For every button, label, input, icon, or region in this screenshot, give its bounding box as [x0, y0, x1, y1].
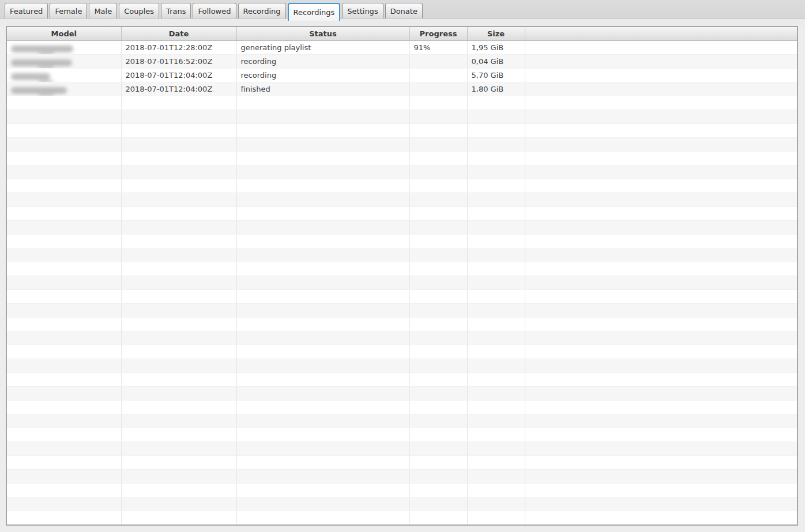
empty-table-row[interactable]	[6, 345, 798, 359]
status-cell	[236, 262, 409, 276]
model-cell	[6, 220, 121, 234]
empty-table-row[interactable]	[6, 400, 798, 414]
empty-table-row[interactable]	[6, 276, 798, 289]
date-cell	[121, 442, 236, 455]
tab-label: Featured	[10, 7, 43, 16]
spacer-cell	[525, 303, 798, 317]
empty-table-row[interactable]	[6, 234, 798, 248]
progress-cell	[409, 123, 467, 137]
model-name-redacted	[11, 73, 50, 80]
empty-table-row[interactable]	[6, 262, 798, 276]
empty-table-row[interactable]	[6, 137, 798, 151]
table-row[interactable]: 2018-07-01T12:28:00Z generating playlist…	[6, 40, 798, 54]
empty-table-row[interactable]	[6, 497, 798, 511]
model-cell	[6, 483, 121, 497]
tab-followed[interactable]: Followed	[193, 3, 236, 18]
date-cell	[121, 262, 236, 276]
empty-table-row[interactable]	[6, 110, 798, 123]
tab-male[interactable]: Male	[89, 3, 117, 18]
size-cell	[467, 234, 525, 248]
model-cell	[6, 359, 121, 372]
spacer-cell	[525, 96, 798, 110]
tab-label: Trans	[166, 7, 186, 16]
spacer-cell	[525, 455, 798, 469]
tab-recordings[interactable]: Recordings	[288, 3, 341, 21]
date-cell	[121, 303, 236, 317]
model-cell	[6, 206, 121, 220]
empty-table-row[interactable]	[6, 96, 798, 110]
date-cell	[121, 123, 236, 137]
size-cell	[467, 469, 525, 483]
empty-table-row[interactable]	[6, 165, 798, 179]
tab-donate[interactable]: Donate	[385, 3, 423, 18]
empty-table-row[interactable]	[6, 179, 798, 193]
date-cell	[121, 193, 236, 206]
size-cell	[467, 497, 525, 511]
empty-table-row[interactable]	[6, 359, 798, 372]
empty-table-row[interactable]	[6, 469, 798, 483]
model-cell	[6, 262, 121, 276]
model-cell	[6, 469, 121, 483]
progress-cell	[409, 428, 467, 442]
size-cell	[467, 289, 525, 303]
spacer-cell	[525, 234, 798, 248]
empty-table-row[interactable]	[6, 511, 798, 525]
column-header-date[interactable]: Date	[121, 27, 236, 40]
empty-table-row[interactable]	[6, 220, 798, 234]
empty-table-row[interactable]	[6, 331, 798, 345]
date-cell: 2018-07-01T16:52:00Z	[121, 54, 236, 68]
empty-table-row[interactable]	[6, 193, 798, 206]
spacer-cell	[525, 386, 798, 400]
status-cell	[236, 165, 409, 179]
table-row[interactable]: 2018-07-01T12:04:00Z finished 1,80 GiB	[6, 82, 798, 96]
empty-table-row[interactable]	[6, 386, 798, 400]
tab-recording[interactable]: Recording	[238, 3, 286, 18]
tab-featured[interactable]: Featured	[5, 3, 48, 18]
empty-table-row[interactable]	[6, 303, 798, 317]
spacer-cell	[525, 400, 798, 414]
empty-table-row[interactable]	[6, 455, 798, 469]
model-name-redacted	[11, 46, 73, 52]
progress-cell	[409, 96, 467, 110]
empty-table-row[interactable]	[6, 483, 798, 497]
empty-table-row[interactable]	[6, 206, 798, 220]
progress-cell	[409, 289, 467, 303]
empty-table-row[interactable]	[6, 123, 798, 137]
tab-settings[interactable]: Settings	[342, 3, 383, 18]
column-header-status[interactable]: Status	[236, 27, 409, 40]
model-cell	[6, 276, 121, 289]
size-cell	[467, 359, 525, 372]
empty-table-row[interactable]	[6, 317, 798, 331]
tab-female[interactable]: Female	[50, 3, 87, 18]
empty-table-row[interactable]	[6, 414, 798, 428]
empty-table-row[interactable]	[6, 428, 798, 442]
model-cell	[6, 248, 121, 262]
spacer-cell	[525, 40, 798, 54]
date-cell	[121, 400, 236, 414]
model-name-redacted	[11, 59, 72, 66]
empty-table-row[interactable]	[6, 372, 798, 386]
date-cell	[121, 220, 236, 234]
tab-couples[interactable]: Couples	[119, 3, 159, 18]
progress-cell	[409, 303, 467, 317]
empty-table-row[interactable]	[6, 151, 798, 165]
table-row[interactable]: 2018-07-01T12:04:00Z recording 5,70 GiB	[6, 68, 798, 82]
column-header-progress[interactable]: Progress	[409, 27, 467, 40]
model-cell	[6, 442, 121, 455]
tab-trans[interactable]: Trans	[161, 3, 191, 18]
empty-table-row[interactable]	[6, 248, 798, 262]
size-cell: 5,70 GiB	[467, 68, 525, 82]
column-header-size[interactable]: Size	[467, 27, 525, 40]
date-cell	[121, 110, 236, 123]
empty-table-row[interactable]	[6, 442, 798, 455]
table-row[interactable]: 2018-07-01T16:52:00Z recording 0,04 GiB	[6, 54, 798, 68]
spacer-cell	[525, 345, 798, 359]
column-header-model[interactable]: Model	[6, 27, 121, 40]
date-cell: 2018-07-01T12:04:00Z	[121, 82, 236, 96]
status-cell	[236, 372, 409, 386]
progress-cell	[409, 234, 467, 248]
empty-table-row[interactable]	[6, 289, 798, 303]
spacer-cell	[525, 137, 798, 151]
column-header-spacer[interactable]	[525, 27, 798, 40]
spacer-cell	[525, 123, 798, 137]
